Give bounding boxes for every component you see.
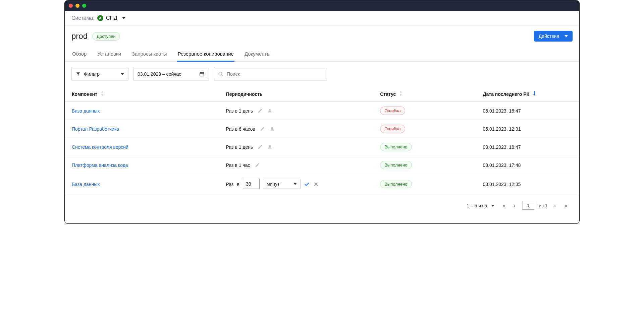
edit-icon[interactable]	[258, 144, 263, 149]
toolbar: Фильтр 03.01.2023 – сейчас	[65, 62, 579, 86]
period-edit-prefix: Раз	[226, 182, 234, 187]
page-range-label: 1 – 5 из 5	[467, 203, 487, 208]
tabs: ОбзорУстановкиЗапросы квотыРезервное коп…	[65, 48, 579, 62]
window-minimize-button[interactable]	[75, 4, 79, 8]
edit-icon[interactable]	[260, 126, 265, 131]
window-close-button[interactable]	[69, 4, 73, 8]
last-backup-cell: 03.01.2023, 17:48	[476, 156, 579, 174]
search-field[interactable]	[214, 68, 327, 80]
table-row: База данныхРаз в 1 деньОшибка05.01.2023,…	[65, 102, 579, 120]
last-backup-cell: 03.01.2023, 18:47	[476, 138, 579, 156]
status-badge: Выполнено	[380, 143, 412, 151]
app-window: Система: А СПД prod Доступен Действия Об…	[64, 0, 580, 224]
sort-desc-icon	[533, 91, 536, 97]
user-icon[interactable]	[267, 144, 272, 149]
status-badge: Выполнено	[380, 180, 412, 188]
chevron-down-icon	[565, 35, 568, 37]
tab-3[interactable]: Резервное копирование	[177, 48, 234, 62]
tab-2[interactable]: Запросы квоты	[131, 48, 168, 61]
page-total-label: из 1	[539, 203, 548, 208]
last-backup-cell: 05.01.2023, 18:47	[476, 102, 579, 120]
svg-point-1	[219, 72, 222, 75]
status-badge: Выполнено	[380, 161, 412, 169]
component-link[interactable]: Система контроля версий	[72, 144, 128, 150]
table-row: Система контроля версийРаз в 1 деньВыпол…	[65, 138, 579, 156]
confirm-icon[interactable]	[304, 181, 310, 187]
col-period: Периодичность	[219, 86, 374, 102]
page-status-badge: Доступен	[92, 32, 120, 41]
page-number-input[interactable]	[522, 201, 534, 210]
chevron-down-icon	[491, 205, 494, 207]
status-badge: Ошибка	[380, 107, 405, 115]
period-edit-prefix2: в	[237, 182, 239, 187]
window-zoom-button[interactable]	[82, 4, 86, 8]
chevron-down-icon[interactable]	[122, 17, 125, 19]
user-icon[interactable]	[267, 108, 272, 113]
table-row: Платформа анализа кодаРаз в 1 часВыполне…	[65, 156, 579, 174]
table-row: База данныхРазвминутВыполнено03.01.2023,…	[65, 174, 579, 194]
filter-icon	[76, 72, 80, 76]
system-selector-bar: Система: А СПД	[65, 11, 579, 25]
edit-icon[interactable]	[258, 108, 263, 113]
page-title: prod	[71, 31, 88, 41]
period-text: Раз в 1 день	[226, 108, 253, 114]
calendar-icon	[199, 71, 205, 77]
last-backup-cell: 03.01.2023, 12:35	[476, 174, 579, 194]
component-link[interactable]: Платформа анализа кода	[72, 162, 128, 168]
cancel-icon[interactable]	[313, 182, 319, 187]
tab-0[interactable]: Обзор	[71, 48, 87, 61]
page-range-selector[interactable]: 1 – 5 из 5	[467, 203, 494, 208]
date-range-picker[interactable]: 03.01.2023 – сейчас	[133, 68, 209, 80]
pagination: 1 – 5 из 5 « ‹ из 1 › »	[65, 194, 579, 223]
col-last-backup[interactable]: Дата последнего РК	[476, 86, 579, 102]
system-label: Система:	[71, 15, 95, 21]
date-range-label: 03.01.2023 – сейчас	[138, 71, 181, 77]
tab-1[interactable]: Установки	[97, 48, 122, 61]
component-link[interactable]: Портал Разработчика	[72, 126, 119, 132]
col-status[interactable]: Статус	[373, 86, 476, 102]
system-name: СПД	[106, 15, 117, 21]
search-input[interactable]	[227, 71, 323, 77]
search-icon	[218, 71, 223, 77]
page-next-button[interactable]: ›	[552, 202, 558, 210]
table-row: Портал РазработчикаРаз в 6 часовОшибка05…	[65, 120, 579, 138]
period-text: Раз в 6 часов	[226, 126, 255, 132]
svg-rect-0	[200, 72, 204, 76]
window-titlebar	[65, 0, 579, 11]
period-text: Раз в 1 час	[226, 162, 250, 168]
page-prev-button[interactable]: ‹	[512, 202, 518, 210]
tab-4[interactable]: Документы	[244, 48, 271, 61]
col-component[interactable]: Компонент	[65, 86, 219, 102]
component-link[interactable]: База данных	[72, 182, 100, 187]
actions-button[interactable]: Действия	[534, 31, 573, 42]
period-value-input[interactable]	[243, 179, 260, 189]
period-text: Раз в 1 день	[226, 144, 253, 150]
component-link[interactable]: База данных	[72, 108, 100, 114]
last-backup-cell: 05.01.2023, 12:31	[476, 120, 579, 138]
sort-icon	[101, 91, 104, 97]
sort-icon	[399, 91, 402, 97]
chevron-down-icon	[121, 73, 124, 75]
actions-button-label: Действия	[539, 34, 559, 39]
period-unit-select[interactable]: минут	[263, 179, 301, 189]
status-badge: Ошибка	[380, 125, 405, 133]
chevron-down-icon	[293, 183, 297, 185]
page-last-button[interactable]: »	[562, 202, 569, 210]
user-icon[interactable]	[270, 126, 275, 131]
system-badge: А	[97, 15, 103, 21]
edit-icon[interactable]	[255, 162, 260, 168]
page-first-button[interactable]: «	[500, 202, 507, 210]
filter-label: Фильтр	[84, 71, 100, 77]
filter-button[interactable]: Фильтр	[71, 68, 128, 80]
page-header: prod Доступен Действия	[65, 25, 579, 42]
backup-table: Компонент Периодичность Статус Дата посл…	[65, 86, 579, 194]
